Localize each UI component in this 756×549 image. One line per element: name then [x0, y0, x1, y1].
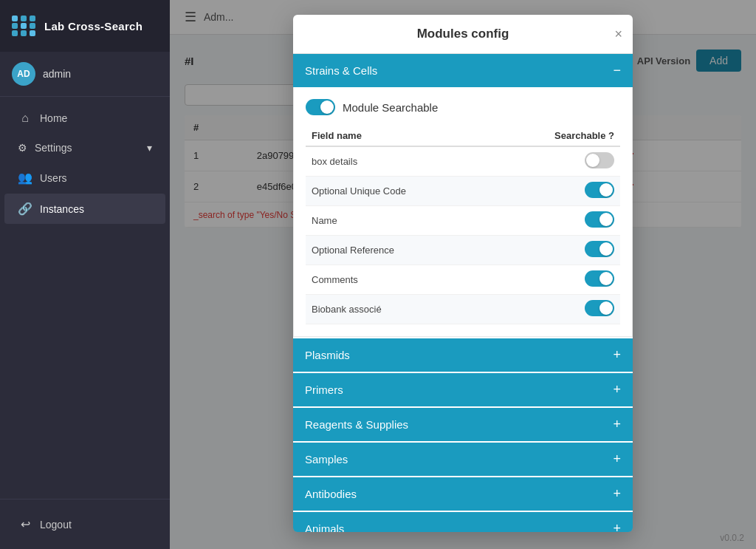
field-row: Optional Unique Code: [306, 177, 620, 206]
sidebar-item-settings[interactable]: ⚙ Settings ▾: [4, 134, 165, 162]
field-searchable-toggle-cell: [494, 177, 620, 206]
accordion-label: Samples: [305, 453, 348, 466]
app-name: Lab Cross-Search: [44, 20, 142, 33]
module-searchable-toggle[interactable]: [306, 99, 335, 115]
expand-icon: +: [613, 347, 621, 363]
accordion-label: Primers: [305, 383, 343, 396]
field-name: Biobank associé: [306, 295, 494, 324]
field-row: Optional Reference: [306, 236, 620, 265]
sidebar: Lab Cross-Search AD admin ⌂ Home ⚙ Setti…: [0, 0, 170, 549]
field-searchable-toggle[interactable]: [585, 211, 614, 228]
modal-close-button[interactable]: ×: [614, 27, 622, 42]
field-searchable-toggle-cell: [494, 146, 620, 177]
field-name: Optional Reference: [306, 236, 494, 265]
field-name: box details: [306, 146, 494, 177]
field-searchable-toggle[interactable]: [585, 182, 614, 198]
accordion-header-strains-cells[interactable]: Strains & Cells −: [293, 54, 633, 87]
accordion-reagents: Reagents & Supplies +: [293, 408, 633, 441]
settings-icon: ⚙: [18, 142, 27, 154]
modal-title: Modules config: [417, 27, 509, 41]
sidebar-item-users[interactable]: 👥 Users: [4, 163, 165, 193]
expand-icon: +: [613, 451, 621, 467]
col-searchable: Searchable ?: [494, 126, 620, 146]
field-searchable-toggle[interactable]: [585, 300, 614, 316]
sidebar-item-label: Instances: [40, 203, 84, 215]
accordion-primers: Primers +: [293, 373, 633, 406]
sidebar-item-label: Home: [40, 112, 67, 124]
field-row: Name: [306, 206, 620, 236]
field-row: Biobank associé: [306, 295, 620, 324]
accordion-label: Strains & Cells: [305, 64, 377, 77]
accordion-plasmids: Plasmids +: [293, 338, 633, 372]
field-name: Optional Unique Code: [306, 177, 494, 206]
sidebar-item-logout[interactable]: ↩ Logout: [4, 509, 165, 539]
field-searchable-toggle[interactable]: [585, 241, 614, 257]
sidebar-item-label: Settings: [35, 142, 72, 154]
accordion-label: Plasmids: [305, 349, 350, 361]
instances-icon: 🔗: [18, 202, 32, 216]
logout-icon: ↩: [18, 517, 32, 531]
main-content: ☰ Adm... #I API Version Add v1 v2 🔍 ⊟: [170, 0, 756, 549]
sidebar-user: AD admin: [0, 52, 170, 97]
accordion-antibodies: Antibodies +: [293, 477, 633, 511]
field-searchable-toggle-cell: [494, 236, 620, 265]
accordion-header-plasmids[interactable]: Plasmids +: [293, 338, 633, 372]
field-searchable-toggle-cell: [494, 265, 620, 295]
sidebar-item-instances[interactable]: 🔗 Instances: [4, 194, 165, 224]
home-icon: ⌂: [18, 112, 32, 125]
accordion-header-animals[interactable]: Animals +: [293, 512, 633, 532]
accordion-content-strains-cells: Module Searchable Field name Searchable …: [293, 87, 633, 337]
logo-icon: [12, 13, 37, 38]
accordion-header-reagents[interactable]: Reagents & Supplies +: [293, 408, 633, 441]
expand-icon: +: [613, 486, 621, 502]
expand-icon: +: [613, 417, 621, 432]
fields-table: Field name Searchable ? box detailsOptio…: [306, 126, 620, 324]
users-icon: 👥: [18, 171, 32, 185]
modal-body: Strains & Cells − Module Searchable: [293, 54, 633, 532]
modal-overlay[interactable]: Modules config × Strains & Cells −: [170, 0, 756, 549]
chevron-down-icon: ▾: [147, 142, 152, 154]
accordion-samples: Samples +: [293, 443, 633, 476]
field-searchable-toggle-cell: [494, 295, 620, 324]
collapse-icon: −: [613, 63, 621, 78]
sidebar-nav: ⌂ Home ⚙ Settings ▾ 👥 Users 🔗 Instances: [0, 97, 170, 499]
field-name: Name: [306, 206, 494, 236]
sidebar-item-home[interactable]: ⌂ Home: [4, 103, 165, 133]
col-field-name: Field name: [306, 126, 494, 146]
sidebar-item-label: Users: [40, 172, 67, 184]
accordion-label: Antibodies: [305, 488, 357, 500]
accordion-label: Reagents & Supplies: [305, 418, 408, 431]
modules-config-modal: Modules config × Strains & Cells −: [293, 15, 633, 532]
username: admin: [43, 68, 71, 80]
accordion-header-samples[interactable]: Samples +: [293, 443, 633, 476]
field-row: Comments: [306, 265, 620, 295]
expand-icon: +: [613, 382, 621, 398]
avatar: AD: [12, 62, 35, 86]
accordion-strains-cells: Strains & Cells − Module Searchable: [293, 54, 633, 337]
accordion-label: Animals: [305, 522, 344, 532]
field-searchable-toggle[interactable]: [585, 270, 614, 287]
sidebar-logo: Lab Cross-Search: [0, 0, 170, 52]
modal-header: Modules config ×: [293, 15, 633, 54]
accordion-header-antibodies[interactable]: Antibodies +: [293, 477, 633, 511]
field-row: box details: [306, 146, 620, 177]
field-searchable-toggle[interactable]: [585, 152, 614, 168]
accordion-header-primers[interactable]: Primers +: [293, 373, 633, 406]
accordion-animals: Animals +: [293, 512, 633, 532]
logout-label: Logout: [40, 519, 72, 531]
sidebar-footer: ↩ Logout: [0, 499, 170, 549]
module-searchable-toggle-row: Module Searchable: [306, 99, 620, 115]
module-searchable-label: Module Searchable: [343, 101, 438, 114]
field-name: Comments: [306, 265, 494, 295]
field-searchable-toggle-cell: [494, 206, 620, 236]
expand-icon: +: [613, 521, 621, 532]
